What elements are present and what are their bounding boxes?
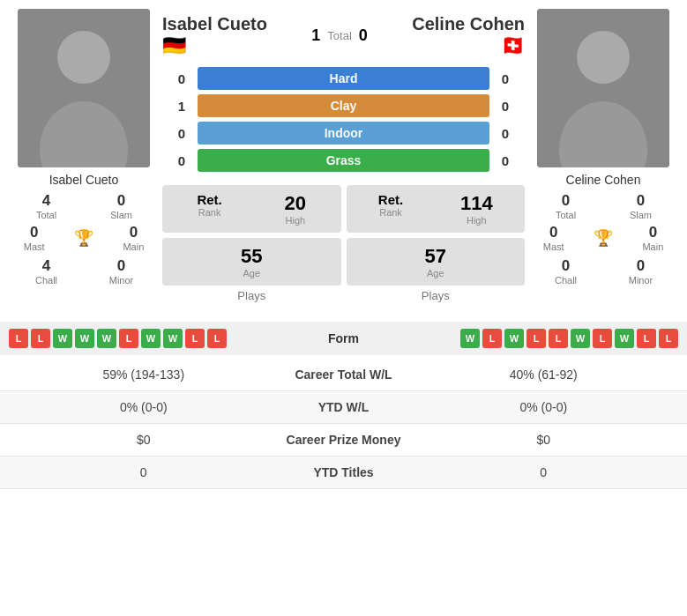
right-flag: 🇨🇭	[412, 34, 525, 57]
form-badge-left: L	[31, 329, 50, 348]
left-main-block: 0 Main	[123, 224, 144, 252]
form-row: LLWWWLWWLL Form WLWLLWLWLL	[0, 322, 687, 355]
right-main-block: 0 Main	[642, 224, 663, 252]
right-trophy-row: 0 Mast 🏆 0 Main	[528, 224, 678, 252]
left-player-name: Isabel Cueto	[49, 173, 119, 187]
right-player-photo	[537, 9, 669, 167]
right-player-header: Celine Cohen 🇨🇭	[412, 14, 525, 57]
form-badge-left: W	[97, 329, 116, 348]
form-left-badges: LLWWWLWWLL	[9, 329, 309, 348]
form-badge-left: W	[141, 329, 161, 348]
right-high-value: 114	[460, 192, 493, 215]
right-age-value: 57	[354, 245, 519, 268]
center-rank-boxes: Ret. Rank 20 High 55 Age Plays	[162, 185, 525, 309]
clay-right-num: 0	[493, 99, 518, 114]
grass-button: Grass	[198, 149, 489, 172]
right-main-value: 0	[649, 224, 657, 241]
form-badge-left: L	[119, 329, 138, 348]
right-chall-value: 0	[562, 257, 570, 275]
left-total-label: Total	[36, 210, 56, 220]
left-slam-value: 0	[117, 192, 125, 210]
hard-row: 0 Hard 0	[169, 67, 518, 90]
form-badge-right: W	[615, 329, 634, 348]
form-badge-right: L	[482, 329, 502, 348]
total-center-label: Total	[327, 29, 351, 42]
left-ret-block: Ret. Rank	[197, 192, 221, 226]
left-main-label: Main	[123, 241, 144, 252]
stat-center-label: YTD Titles	[273, 465, 414, 479]
total-left-value: 1	[311, 26, 320, 45]
right-age-label: Age	[354, 268, 519, 278]
right-minor-value: 0	[637, 257, 645, 275]
left-main-value: 0	[130, 224, 138, 241]
right-mast-block: 0 Mast	[543, 224, 564, 252]
clay-button: Clay	[198, 94, 489, 117]
form-badge-right: L	[526, 329, 546, 348]
right-rank-high-box: Ret. Rank 114 High 57 Age Plays	[347, 185, 526, 309]
left-minor-label: Minor	[109, 275, 134, 286]
center-area: Isabel Cueto 🇩🇪 1 Total 0 Celine Cohen 🇨…	[162, 9, 525, 309]
left-player-area: Isabel Cueto 4 Total 0 Slam 0 Mast 🏆	[9, 9, 159, 309]
right-high-block: 114 High	[460, 192, 493, 226]
svg-point-1	[57, 31, 110, 84]
stat-left-value: 0% (0-0)	[14, 400, 273, 414]
stats-table-container: 59% (194-133)Career Total W/L40% (61-92)…	[0, 359, 687, 489]
right-player-title: Celine Cohen	[412, 14, 525, 34]
left-mast-label: Mast	[24, 241, 45, 252]
right-ret-label: Rank	[378, 207, 403, 218]
stat-right-value: 0% (0-0)	[414, 400, 674, 414]
hard-button: Hard	[198, 67, 489, 90]
left-age-value: 55	[169, 245, 334, 268]
left-chall-block: 4 Chall	[9, 257, 84, 286]
form-badge-left: W	[75, 329, 94, 348]
form-badge-left: L	[207, 329, 227, 348]
right-total-value: 0	[562, 192, 570, 210]
form-badge-right: W	[571, 329, 590, 348]
stat-left-value: 0	[14, 465, 273, 479]
right-age-box: 57 Age	[347, 238, 526, 286]
left-minor-value: 0	[117, 257, 125, 275]
indoor-button: Indoor	[198, 122, 489, 145]
left-ret-label: Rank	[197, 207, 221, 218]
stat-right-value: 40% (61-92)	[414, 367, 674, 382]
right-player-name: Celine Cohen	[566, 173, 641, 187]
left-flag: 🇩🇪	[162, 34, 267, 57]
player-names-header: Isabel Cueto 🇩🇪 1 Total 0 Celine Cohen 🇨…	[162, 9, 525, 63]
hard-right-num: 0	[493, 71, 518, 86]
form-badge-right: L	[593, 329, 612, 348]
right-high-label: High	[460, 215, 493, 226]
stat-right-value: $0	[414, 433, 674, 447]
left-high-value: 20	[285, 192, 306, 215]
right-chall-grid: 0 Chall 0 Minor	[528, 257, 678, 286]
right-slam-label: Slam	[630, 210, 652, 220]
right-slam-block: 0 Slam	[603, 192, 678, 220]
left-slam-block: 0 Slam	[84, 192, 159, 220]
left-trophy-row: 0 Mast 🏆 0 Main	[9, 224, 159, 252]
form-badge-left: W	[53, 329, 72, 348]
indoor-left-num: 0	[169, 126, 194, 141]
left-age-label: Age	[169, 268, 334, 278]
form-badge-left: L	[9, 329, 28, 348]
form-badge-right: W	[460, 329, 480, 348]
stat-center-label: YTD W/L	[273, 400, 414, 414]
indoor-row: 0 Indoor 0	[169, 122, 518, 145]
form-badge-left: L	[185, 329, 205, 348]
form-badge-right: L	[549, 329, 568, 348]
left-total-value: 4	[42, 192, 50, 210]
right-total-label: Total	[556, 210, 576, 220]
left-rank-high-box: Ret. Rank 20 High 55 Age Plays	[162, 185, 341, 309]
right-main-label: Main	[642, 241, 663, 252]
left-trophy-icon: 🏆	[74, 228, 93, 248]
right-mast-label: Mast	[543, 241, 564, 252]
right-mast-value: 0	[549, 224, 557, 241]
form-center-label: Form	[309, 331, 379, 345]
right-ret-value: Ret.	[378, 192, 403, 207]
left-chall-value: 4	[42, 257, 50, 275]
form-badge-right: W	[504, 329, 524, 348]
form-badge-right: L	[637, 329, 656, 348]
left-ret-value: Ret.	[197, 192, 221, 207]
form-badge-left: W	[163, 329, 183, 348]
left-high-label: High	[285, 215, 306, 226]
right-trophy-icon: 🏆	[594, 228, 613, 248]
total-right-value: 0	[359, 26, 368, 45]
